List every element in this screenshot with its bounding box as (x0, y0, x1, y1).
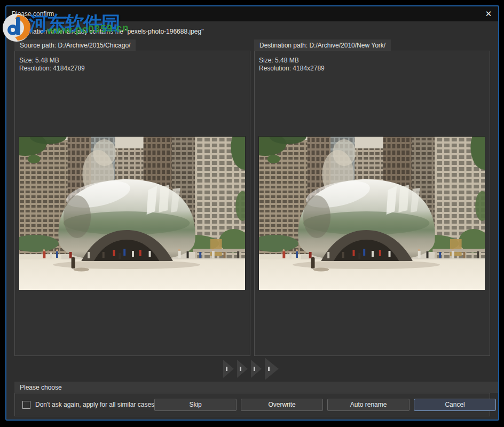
close-icon: ✕ (485, 9, 492, 19)
source-resolution-label: Resolution: 4184x2789 (19, 65, 246, 73)
destination-file-info: Size: 5.48 MB Resolution: 4184x2789 (255, 51, 490, 73)
destination-photo-preview (258, 136, 485, 290)
source-path-tab: Source path: D:/Archive/2015/Chicago/ (14, 39, 136, 51)
destination-column: Destination path: D:/Archive/2010/New Yo… (254, 39, 490, 356)
window-title: Please confirm (12, 10, 54, 18)
close-button[interactable]: ✕ (479, 6, 498, 21)
source-panel: Size: 5.48 MB Resolution: 4184x2789 (14, 51, 250, 356)
action-bar: Don't ask again, apply for all similar c… (14, 393, 490, 416)
confirm-dialog-window: Please confirm ✕ Destination folder alre… (5, 5, 499, 421)
please-choose-tab: Please choose (14, 382, 498, 393)
destination-resolution-label: Resolution: 4184x2789 (259, 65, 485, 73)
destination-path-tab: Destination path: D:/Archive/2010/New Yo… (254, 39, 391, 51)
transfer-arrows-icon (223, 357, 282, 381)
destination-panel: Size: 5.48 MB Resolution: 4184x2789 (254, 51, 490, 356)
destination-size-label: Size: 5.48 MB (259, 57, 485, 65)
source-column: Source path: D:/Archive/2015/Chicago/ Si… (14, 39, 250, 356)
comparison-panels: Source path: D:/Archive/2015/Chicago/ Si… (14, 39, 490, 356)
dont-ask-again-checkbox[interactable] (22, 401, 30, 409)
action-buttons: Skip Overwrite Auto rename Cancel (154, 399, 496, 411)
dont-ask-again-label: Don't ask again, apply for all similar c… (35, 401, 154, 408)
overwrite-button[interactable]: Overwrite (241, 399, 323, 411)
auto-rename-button[interactable]: Auto rename (327, 399, 410, 411)
transfer-arrows-row (6, 356, 498, 382)
skip-button[interactable]: Skip (154, 399, 237, 411)
source-size-label: Size: 5.48 MB (19, 57, 246, 65)
title-bar: Please confirm ✕ (6, 6, 498, 21)
source-file-info: Size: 5.48 MB Resolution: 4184x2789 (15, 51, 250, 73)
source-photo-preview (19, 136, 246, 290)
cancel-button[interactable]: Cancel (414, 399, 496, 411)
conflict-message: Destination folder already contains file… (15, 28, 490, 35)
